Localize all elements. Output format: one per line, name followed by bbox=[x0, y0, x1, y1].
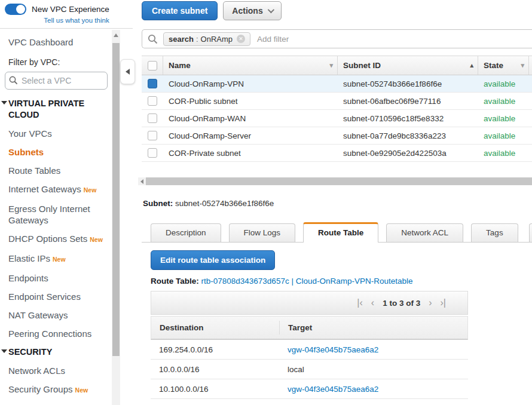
scroll-up-icon[interactable] bbox=[114, 33, 118, 37]
sidebar-item-your-vpcs[interactable]: Your VPCs bbox=[8, 128, 117, 139]
sidebar-item-label: Endpoint Services bbox=[8, 292, 81, 302]
state-badge: available bbox=[478, 114, 529, 123]
subnet-name: Cloud-OnRamp-Server bbox=[163, 131, 338, 140]
vpc-filter-input[interactable] bbox=[5, 72, 108, 90]
column-header-destination: Destination bbox=[151, 321, 280, 334]
route-destination: 10.0.0.0/16 bbox=[151, 363, 279, 375]
first-page-icon[interactable]: |‹ bbox=[357, 298, 362, 308]
sidebar-item-internet-gateways[interactable]: Internet GatewaysNew bbox=[8, 183, 117, 196]
sidebar-item-route-tables[interactable]: Route Tables bbox=[8, 165, 117, 176]
scrollbar-thumb[interactable] bbox=[146, 177, 532, 185]
sidebar-item-endpoint-services[interactable]: Endpoint Services bbox=[8, 291, 117, 302]
filter-key: search bbox=[169, 35, 194, 44]
remove-filter-icon[interactable]: ✕ bbox=[237, 35, 245, 43]
route-destination: 169.254.0.0/16 bbox=[151, 343, 279, 355]
column-header-name[interactable]: Name▾ bbox=[163, 56, 338, 75]
tab-network-acl[interactable]: Network ACL bbox=[386, 223, 463, 242]
sidebar-item-elastic-ips[interactable]: Elastic IPsNew bbox=[8, 253, 117, 265]
edit-route-table-association-button[interactable]: Edit route table association bbox=[151, 250, 275, 270]
tab-description[interactable]: Description bbox=[151, 223, 221, 242]
feedback-link[interactable]: Tell us what you think bbox=[5, 15, 133, 24]
subnet-id: subnet-05274b366e1f86f6e bbox=[338, 79, 478, 88]
column-header-state[interactable]: State▾ bbox=[478, 56, 529, 75]
next-page-icon[interactable]: › bbox=[429, 298, 432, 308]
tab-tags[interactable]: Tags bbox=[471, 223, 518, 242]
new-badge: New bbox=[90, 236, 103, 243]
route-row: 10.100.0.0/16 vgw-04f3e045b75aea6a2 bbox=[151, 379, 468, 399]
table-row[interactable]: Cloud-OnRamp-WAN subnet-0710596c18f5e833… bbox=[142, 110, 532, 127]
tab-flow-logs[interactable]: Flow Logs bbox=[229, 223, 296, 242]
table-row[interactable]: Cloud-OnRamp-Server subnet-0a77de9bc8336… bbox=[142, 127, 532, 145]
sidebar-item-label: Internet Gateways bbox=[8, 184, 81, 194]
column-header-target: Target bbox=[280, 321, 467, 334]
sidebar-item-egress-only-internet-gateways[interactable]: Egress Only Internet Gateways bbox=[8, 203, 117, 226]
sidebar-item-network-acls[interactable]: Network ACLs bbox=[8, 365, 117, 376]
row-checkbox[interactable] bbox=[148, 131, 157, 140]
subnet-label: Subnet: bbox=[143, 199, 173, 208]
sidebar-item-label: NAT Gateways bbox=[8, 310, 68, 320]
scroll-left-icon[interactable] bbox=[138, 177, 146, 185]
subnet-name: COR-Private subnet bbox=[163, 149, 338, 158]
sidebar-item-label: Elastic IPs bbox=[8, 253, 50, 263]
collapse-left-icon bbox=[126, 69, 130, 75]
subnet-table-header: Name▾ Subnet ID▴ State▾ bbox=[142, 56, 532, 75]
route-table-header: Destination Target bbox=[151, 316, 468, 340]
subnet-table: Name▾ Subnet ID▴ State▾ Cloud-OnRamp-VPN… bbox=[142, 56, 532, 162]
select-all-checkbox[interactable] bbox=[148, 61, 157, 70]
tab-partial bbox=[529, 223, 532, 242]
sort-asc-icon[interactable]: ▴ bbox=[470, 62, 473, 69]
section-collapse-icon bbox=[1, 349, 7, 353]
subnet-id-value: subnet-05274b366e1f86f6e bbox=[175, 199, 274, 208]
row-checkbox[interactable] bbox=[148, 148, 157, 158]
column-header-subnet-id[interactable]: Subnet ID▴ bbox=[338, 56, 478, 75]
row-checkbox[interactable] bbox=[148, 79, 157, 88]
actions-button[interactable]: Actions bbox=[223, 1, 281, 20]
table-row[interactable]: Cloud-OnRamp-VPN subnet-05274b366e1f86f6… bbox=[142, 75, 532, 93]
tab-route-table[interactable]: Route Table bbox=[303, 222, 378, 243]
route-target-link[interactable]: vgw-04f3e045b75aea6a2 bbox=[288, 385, 378, 394]
selected-subnet-summary: Subnet: subnet-05274b366e1f86f6e bbox=[143, 199, 274, 208]
section-collapse-icon bbox=[1, 101, 7, 105]
vpc-filter-search bbox=[5, 72, 108, 90]
last-page-icon[interactable]: ›| bbox=[441, 298, 446, 308]
horizontal-scrollbar[interactable] bbox=[138, 177, 532, 185]
new-badge: New bbox=[53, 256, 66, 263]
scrollbar-thumb[interactable] bbox=[112, 43, 120, 356]
section-label: SECURITY bbox=[8, 347, 52, 357]
sidebar-item-label: Route Tables bbox=[8, 165, 60, 176]
sidebar-scrollbar[interactable] bbox=[112, 30, 120, 405]
section-virtual-private-cloud[interactable]: VIRTUAL PRIVATE CLOUD bbox=[8, 98, 113, 121]
state-badge: available bbox=[478, 97, 529, 106]
subnet-name: Cloud-OnRamp-VPN bbox=[163, 79, 338, 88]
new-vpc-experience-toggle[interactable] bbox=[5, 4, 26, 15]
filter-bar[interactable]: search : OnRAmp ✕ Add filter bbox=[142, 29, 532, 48]
sidebar-item-nat-gateways[interactable]: NAT Gateways bbox=[8, 309, 117, 321]
table-row[interactable]: COR-Private subnet subnet-0e92905e2d4225… bbox=[142, 145, 532, 162]
sort-desc-icon[interactable]: ▾ bbox=[329, 62, 333, 69]
section-security[interactable]: SECURITY bbox=[8, 346, 113, 358]
main-content: Create subnet Actions search : OnRAmp ✕ … bbox=[142, 0, 532, 405]
row-checkbox[interactable] bbox=[148, 113, 157, 123]
create-subnet-button[interactable]: Create subnet bbox=[142, 1, 218, 20]
sort-desc-icon[interactable]: ▾ bbox=[521, 62, 524, 69]
add-filter-input[interactable]: Add filter bbox=[257, 35, 289, 44]
sidebar-item-dhcp-options-sets[interactable]: DHCP Options SetsNew bbox=[8, 233, 117, 246]
new-badge: New bbox=[84, 186, 97, 194]
route-target-link[interactable]: vgw-04f3e045b75aea6a2 bbox=[288, 345, 378, 354]
route-table-link[interactable]: rtb-07808d343673d657c | Cloud-OnRamp-VPN… bbox=[201, 277, 413, 286]
sidebar-item-peering-connections[interactable]: Peering Connections bbox=[8, 328, 117, 339]
new-badge: New bbox=[75, 386, 88, 394]
previous-page-icon[interactable]: ‹ bbox=[371, 298, 374, 308]
chevron-down-icon bbox=[267, 7, 274, 13]
row-checkbox[interactable] bbox=[148, 96, 157, 106]
sidebar-item-endpoints[interactable]: Endpoints bbox=[8, 272, 117, 284]
actions-label: Actions bbox=[232, 6, 262, 16]
filter-tag[interactable]: search : OnRAmp ✕ bbox=[163, 32, 250, 46]
sidebar-collapse-handle[interactable] bbox=[120, 59, 135, 84]
sidebar-item-security-groups[interactable]: Security GroupsNew bbox=[8, 383, 117, 396]
sidebar-item-subnets[interactable]: Subnets bbox=[8, 146, 117, 158]
route-destination: 10.100.0.0/16 bbox=[151, 383, 279, 394]
sidebar-item-label: Network ACLs bbox=[8, 366, 65, 376]
select-all-cell bbox=[142, 56, 163, 75]
table-row[interactable]: COR-Public subnet subnet-06afbec06f9e771… bbox=[142, 93, 532, 110]
